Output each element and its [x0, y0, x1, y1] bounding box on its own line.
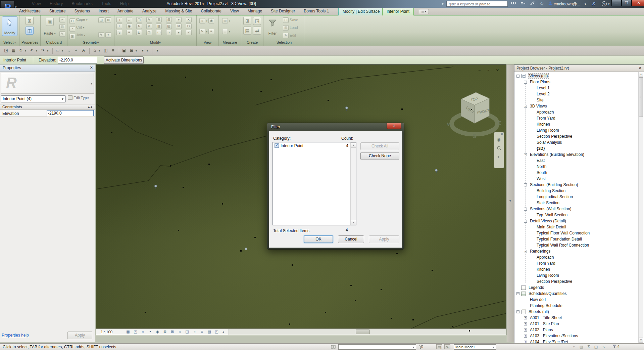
demolish-icon[interactable]: ⌖	[105, 32, 111, 38]
modify-tool-icon[interactable]: ⊔	[136, 30, 142, 35]
collapse-box-icon[interactable]: −	[524, 250, 527, 253]
user-menu-arrow-icon[interactable]: ▾	[585, 2, 586, 6]
tree-item-south[interactable]: South	[514, 170, 638, 176]
minimize-button[interactable]: —	[611, 0, 622, 6]
thin-lines-icon[interactable]: ≡	[110, 48, 116, 54]
favorites-star-icon[interactable]: ☆	[538, 1, 546, 7]
survey-point[interactable]	[254, 237, 256, 238]
tree-item-longitudinal-section[interactable]: Longitudinal Section	[514, 194, 638, 200]
modify-tool-icon[interactable]: ◔	[166, 30, 172, 35]
collapse-box-icon[interactable]: −	[524, 81, 527, 84]
modify-tool-icon[interactable]: ⫞	[116, 17, 122, 23]
apply-button[interactable]: Apply	[369, 235, 399, 243]
tree-item-label[interactable]: Floor Plans	[530, 80, 550, 84]
tree-item-level-1[interactable]: Level 1	[514, 85, 638, 91]
survey-point[interactable]	[260, 91, 262, 92]
survey-point[interactable]	[240, 250, 242, 252]
navbar-more-arrow-icon[interactable]: ▾	[498, 155, 499, 159]
panel-label-selection[interactable]: Selection	[263, 40, 305, 45]
tree-item-label[interactable]: From Yard	[537, 116, 555, 121]
chevron-down-icon[interactable]: ▾	[47, 49, 50, 52]
modify-tool-icon[interactable]: ⇄	[146, 24, 152, 29]
close-hidden-windows-icon[interactable]: ▣	[121, 48, 128, 54]
panel-label-geometry[interactable]: Geometry	[67, 40, 114, 45]
survey-point[interactable]	[114, 74, 116, 75]
modify-tool-icon[interactable]: ⊞	[156, 17, 162, 23]
close-icon[interactable]: ✕	[639, 66, 642, 70]
sign-in-key-icon[interactable]	[519, 1, 527, 7]
panel-label-view[interactable]: View	[197, 40, 218, 45]
properties-header[interactable]: Properties ✕	[0, 64, 95, 72]
communication-center-icon[interactable]	[528, 1, 536, 7]
tree-item-stair-section[interactable]: Stair Section	[514, 200, 638, 206]
scroll-up-icon[interactable]: ▲	[351, 142, 356, 148]
modify-tool-icon[interactable]: ↔	[127, 17, 132, 23]
save-selection-button[interactable]: ⊟ Save	[283, 17, 298, 23]
modify-tool-icon[interactable]: ✂	[186, 24, 192, 29]
tab-structure[interactable]: Structure	[45, 8, 70, 15]
select-links-icon[interactable]: ⌖	[571, 344, 577, 349]
tree-item-label[interactable]: Typical Floor Wall Connection	[537, 231, 590, 235]
type-selector-dropdown[interactable]: Interior Point (4) ▼	[1, 95, 66, 102]
redo-icon[interactable]: ↷	[40, 48, 46, 54]
crop-view-icon[interactable]: ⊠	[162, 329, 168, 335]
tree-item-level-2[interactable]: Level 2	[514, 91, 638, 97]
close-button[interactable]: ✕	[632, 0, 644, 6]
modify-tool-icon[interactable]: ⌖	[176, 17, 182, 23]
panel-label-clipboard[interactable]: Clipboard	[41, 40, 67, 45]
survey-point[interactable]	[183, 187, 184, 188]
render-icon[interactable]: ◉	[154, 329, 161, 335]
aligned-dimension-icon[interactable]: ↔	[65, 48, 72, 54]
tree-item-label[interactable]: Renderings	[530, 249, 550, 254]
survey-point[interactable]	[185, 77, 186, 78]
survey-point[interactable]	[170, 165, 171, 167]
design-options-icon[interactable]: ▤	[436, 344, 442, 349]
show-below-ribbon-icon[interactable]: ▾	[154, 48, 161, 54]
collapse-box-icon[interactable]: −	[524, 153, 527, 156]
tab-architecture[interactable]: Architecture	[15, 8, 45, 15]
tree-item-label[interactable]: Views (all)	[529, 74, 548, 78]
survey-point[interactable]	[178, 230, 179, 231]
panel-label-properties[interactable]: Properties	[19, 40, 40, 45]
tree-item-sections-wall-section-[interactable]: −Sections (Wall Section)	[514, 206, 638, 212]
tree-item-label[interactable]: Building Section	[537, 188, 565, 193]
edit-type-button[interactable]: Edit Type	[68, 95, 94, 102]
reveal-hidden-icon[interactable]: ☼	[191, 329, 198, 335]
tree-item-a102-plans[interactable]: +A102 - Plans	[514, 327, 638, 333]
tab-insert[interactable]: Insert	[94, 8, 113, 15]
chevron-down-icon[interactable]: ▾	[147, 49, 150, 52]
interior-point-marker[interactable]	[346, 107, 348, 111]
tree-item-label[interactable]: Typ. Wall Section	[537, 213, 567, 217]
tree-item-schedules-quantities[interactable]: −Schedules/Quantities	[514, 291, 638, 297]
tree-item-label[interactable]: Level 2	[537, 92, 550, 96]
tree-item-floor-plans[interactable]: −Floor Plans	[514, 79, 638, 85]
tab-modify-edit-surface[interactable]: Modify | Edit Surface	[338, 8, 384, 15]
select-by-face-icon[interactable]: ◳	[593, 344, 599, 349]
tree-item-label[interactable]: A001 - Title Sheet	[530, 315, 562, 320]
cut-to-clipboard-icon[interactable]: ✂	[59, 17, 65, 23]
view-window-controls[interactable]: ‒ ▫ ✕	[479, 68, 502, 73]
help-icon[interactable]: ?	[602, 1, 607, 6]
tree-item-sections-building-section-[interactable]: −Sections (Building Section)	[514, 182, 638, 188]
survey-point[interactable]	[412, 319, 414, 320]
collapse-box-icon[interactable]: −	[516, 292, 519, 295]
tree-item-label[interactable]: South	[537, 170, 547, 175]
modify-tool-icon[interactable]: ◉	[127, 24, 132, 29]
tree-item-typ-wall-section[interactable]: Typ. Wall Section	[514, 212, 638, 218]
modify-tool-icon[interactable]: ⊠	[176, 24, 182, 29]
section-icon[interactable]: ◫	[102, 48, 109, 54]
collapse-box-icon[interactable]: −	[524, 208, 527, 211]
tree-item-label[interactable]: Longitudinal Section	[537, 194, 573, 199]
modify-tool-icon[interactable]: ✓	[186, 30, 192, 35]
ok-button[interactable]: OK	[304, 235, 333, 243]
tree-item-from-yard[interactable]: From Yard	[514, 116, 638, 122]
expand-box-icon[interactable]: +	[524, 335, 527, 338]
tree-item-building-section[interactable]: Building Section	[514, 188, 638, 194]
elevation-input[interactable]	[58, 57, 97, 63]
survey-point[interactable]	[452, 326, 453, 327]
scroll-down-icon[interactable]: ▼	[639, 338, 643, 343]
tab-analyze[interactable]: Analyze	[138, 8, 161, 15]
tree-item-label[interactable]: Solar Analysis	[537, 140, 562, 145]
tree-item-approach[interactable]: Approach	[514, 110, 638, 116]
tree-item-label[interactable]: Kitchen	[537, 122, 550, 127]
